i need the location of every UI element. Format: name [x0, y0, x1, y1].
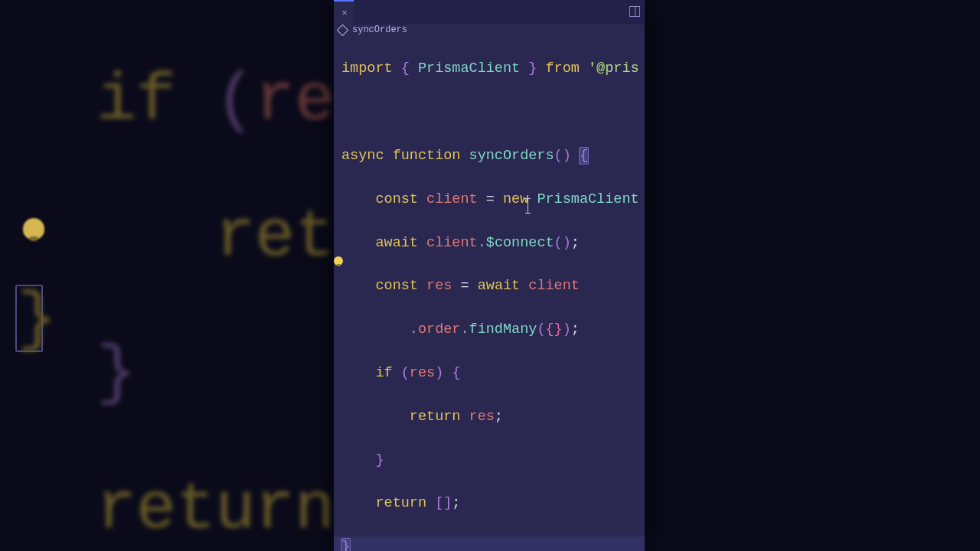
tab-bar: ×: [334, 0, 645, 24]
lightbulb-icon: [23, 218, 44, 240]
code-area[interactable]: import { PrismaClient } from '@pris asyn…: [334, 35, 645, 551]
text-cursor: [528, 198, 528, 214]
lightbulb-icon[interactable]: [334, 256, 343, 266]
split-editor-icon[interactable]: [629, 6, 640, 17]
breadcrumb-symbol: syncOrders: [352, 24, 407, 35]
code-editor[interactable]: × syncOrders import { PrismaClient } fro…: [334, 0, 645, 551]
symbol-icon: [337, 24, 349, 36]
close-icon[interactable]: ×: [341, 8, 348, 18]
editor-tab[interactable]: ×: [334, 0, 354, 24]
bracket-match-box: }: [15, 285, 43, 352]
breadcrumb[interactable]: syncOrders: [334, 24, 645, 35]
